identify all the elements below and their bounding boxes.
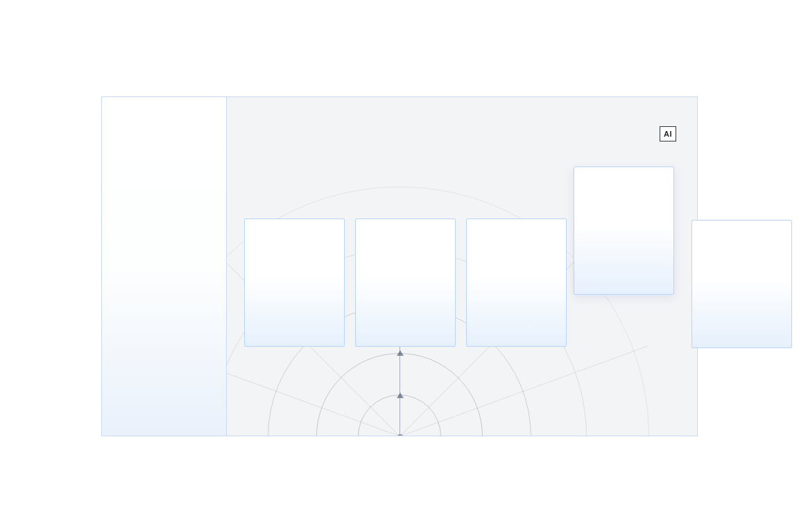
ai-badge-label: AI (664, 130, 672, 138)
content-card-active[interactable] (574, 166, 674, 295)
ai-badge[interactable]: AI (660, 126, 676, 141)
cards-row (244, 218, 567, 347)
radar-tick-icon (397, 350, 404, 356)
content-card[interactable] (355, 218, 456, 347)
content-card[interactable] (691, 220, 792, 348)
content-card[interactable] (466, 218, 567, 347)
radar-tick-icon (397, 393, 404, 398)
content-card[interactable] (244, 218, 345, 347)
sidebar-panel (102, 97, 227, 436)
app-canvas: AI (101, 96, 698, 436)
